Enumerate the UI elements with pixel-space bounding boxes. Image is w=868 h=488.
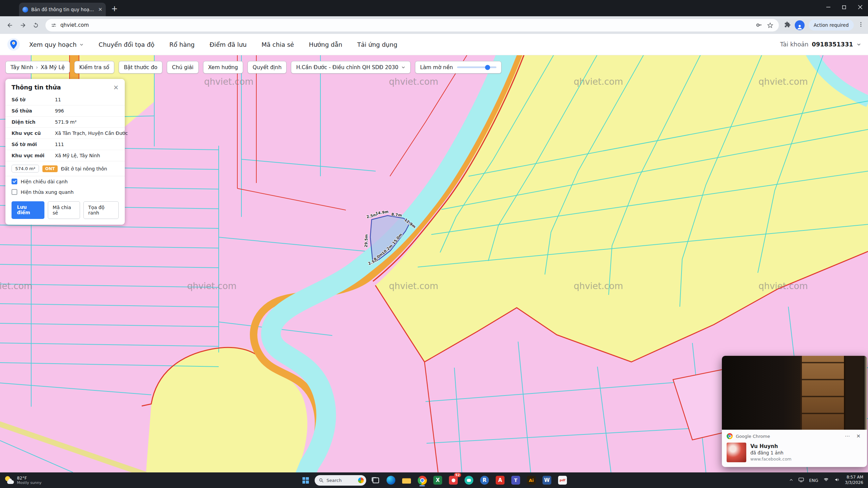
photo-door (800, 356, 845, 430)
start-button[interactable] (299, 474, 312, 487)
omnibox[interactable]: qhviet.com (45, 19, 779, 32)
chrome-notification[interactable]: Google Chrome ⋯ ✕ Vu Huynh đã đăng 1 ảnh… (722, 356, 867, 467)
svg-text:qhviet.com: qhviet.com (204, 77, 254, 87)
profile-avatar[interactable] (795, 20, 805, 30)
tab-close-icon[interactable]: ✕ (98, 7, 102, 12)
passwords-key-icon[interactable] (756, 22, 762, 28)
close-icon[interactable]: ✕ (113, 84, 119, 91)
search-highlights-icon (358, 477, 364, 483)
weather-condition: Mostly sunny (17, 481, 41, 485)
edge-icon[interactable] (384, 474, 397, 487)
parcel-row-khu-vuc-cu: Khu vực cũ Xã Tân Trạch, Huyện Cần Đước (5, 127, 125, 139)
boundary-coords-button[interactable]: Tọa độ ranh (83, 201, 119, 219)
account-menu[interactable]: Tài khoản 0918351331 (780, 41, 861, 48)
rstudio-icon[interactable]: R (478, 474, 491, 487)
site-info-icon[interactable] (51, 22, 57, 28)
taskbar-search[interactable]: Search (315, 475, 366, 486)
search-icon (319, 478, 324, 483)
chevron-down-icon (856, 42, 861, 47)
bookmark-star-icon[interactable] (767, 22, 773, 28)
illustrator-icon[interactable]: Ai (525, 474, 538, 487)
teams-icon[interactable]: T (509, 474, 522, 487)
nav-item-diem-da-luu[interactable]: Điểm đã lưu (210, 41, 246, 48)
notification-more-icon[interactable]: ⋯ (843, 433, 851, 439)
window-maximize-button[interactable] (836, 0, 852, 14)
basemap-opacity-control: Làm mờ nền (415, 61, 501, 74)
excel-icon[interactable]: X (431, 474, 444, 487)
show-neighbor-parcels-option[interactable]: Hiện thửa xung quanh (5, 187, 125, 197)
clock-date: 3/3/2026 (845, 480, 863, 486)
forward-button[interactable] (17, 19, 28, 31)
opacity-slider[interactable] (457, 66, 496, 68)
volume-icon[interactable] (834, 477, 840, 484)
svg-text:qhviet.com: qhviet.com (574, 281, 623, 291)
checkbox-checked[interactable] (12, 179, 17, 184)
svg-text:qhviet.com: qhviet.com (758, 77, 808, 87)
panel-title: Thông tin thửa (12, 84, 113, 91)
breadcrumb-separator: › (36, 64, 38, 70)
window-minimize-button[interactable] (820, 0, 836, 14)
task-view-icon[interactable] (369, 474, 382, 487)
legend-button[interactable]: Chú giải (167, 61, 198, 74)
notification-image[interactable] (722, 356, 867, 430)
teal-app-icon[interactable] (462, 474, 475, 487)
landuse-name: Đất ở tại nông thôn (61, 166, 107, 171)
view-direction-button[interactable]: Xem hướng (203, 61, 243, 74)
wifi-icon[interactable] (823, 477, 829, 484)
acrobat-icon[interactable]: A (494, 474, 507, 487)
show-edge-lengths-option[interactable]: Hiện chiều dài cạnh (5, 176, 125, 187)
site-header: Xem quy hoạch Chuyển đổi tọa độ Rổ hàng … (0, 34, 868, 55)
nav-item-ma-chia-se[interactable]: Mã chia sẻ (261, 41, 294, 48)
pdf-reader-icon[interactable]: pdf (556, 474, 569, 487)
extensions-icon[interactable] (784, 21, 791, 29)
browser-tab-strip: Bản đồ thông tin quy hoạch sử ✕ + (0, 0, 868, 16)
tray-chevron-up-icon[interactable] (789, 477, 793, 484)
check-book-button[interactable]: Kiểm tra sổ (74, 61, 114, 74)
window-close-button[interactable] (852, 0, 868, 14)
site-logo[interactable] (7, 38, 20, 51)
ruler-toggle-button[interactable]: Bật thước đo (119, 61, 162, 74)
system-tray: ENG 8:57 AM 3/3/2026 (789, 475, 868, 485)
windows-logo-icon (302, 477, 309, 484)
breadcrumb[interactable]: Tây Ninh › Xã Mỹ Lệ (5, 61, 70, 74)
language-indicator[interactable]: ENG (809, 478, 818, 483)
nav-item-ro-hang[interactable]: Rổ hàng (170, 41, 195, 48)
file-explorer-icon[interactable] (400, 474, 413, 487)
word-icon[interactable]: W (540, 474, 553, 487)
nav-item-huong-dan[interactable]: Hướng dẫn (309, 41, 342, 48)
decision-button[interactable]: Quyết định (248, 61, 287, 74)
save-point-button[interactable]: Lưu điểm (12, 201, 44, 219)
map-area: 2.5m 14.9m 8.7m 12.9m 29.5m 2.5m 8.0m 10… (0, 55, 868, 472)
taskbar-clock[interactable]: 8:57 AM 3/3/2026 (845, 475, 863, 485)
action-required-chip[interactable]: Action required (809, 20, 854, 30)
browser-address-bar: qhviet.com Action required (0, 16, 868, 34)
search-placeholder: Search (327, 478, 355, 483)
chrome-icon[interactable] (416, 474, 429, 487)
breadcrumb-ward[interactable]: Xã Mỹ Lệ (41, 64, 65, 70)
cast-display-icon[interactable] (798, 477, 804, 484)
nav-item-tai-ung-dung[interactable]: Tải ứng dụng (357, 41, 397, 48)
breadcrumb-province[interactable]: Tây Ninh (11, 64, 33, 70)
notification-body: đã đăng 1 ảnh (750, 450, 791, 455)
share-code-button[interactable]: Mã chia sẻ (48, 201, 80, 219)
notification-badge: 52 (454, 473, 461, 477)
weather-widget[interactable]: 82°F Mostly sunny (0, 475, 46, 485)
back-button[interactable] (4, 19, 16, 31)
reload-button[interactable] (30, 19, 41, 31)
notification-close-icon[interactable]: ✕ (854, 433, 862, 439)
weather-icon (5, 476, 14, 485)
new-tab-button[interactable]: + (111, 5, 118, 13)
nav-item-chuyen-doi-toa-do[interactable]: Chuyển đổi tọa độ (99, 41, 155, 48)
notification-thumbnail (727, 443, 746, 462)
browser-menu-kebab-icon[interactable] (858, 21, 864, 29)
red-badge-app-icon[interactable]: 52 (447, 474, 460, 487)
parcel-row-khu-vuc-moi: Khu vực mới Xã Mỹ Lệ, Tây Ninh (5, 150, 125, 161)
browser-tab[interactable]: Bản đồ thông tin quy hoạch sử ✕ (19, 3, 106, 16)
checkbox-unchecked[interactable] (12, 189, 17, 195)
tab-title: Bản đồ thông tin quy hoạch sử (31, 7, 95, 12)
opacity-slider-thumb[interactable] (485, 65, 490, 70)
notification-card: Google Chrome ⋯ ✕ Vu Huynh đã đăng 1 ảnh… (722, 430, 867, 467)
account-label: Tài khoản (780, 41, 809, 48)
plan-select[interactable]: H.Cần Đước - Điều chỉnh QH SDĐ 2030 (291, 61, 410, 74)
nav-item-xem-quy-hoach[interactable]: Xem quy hoạch (29, 41, 84, 48)
